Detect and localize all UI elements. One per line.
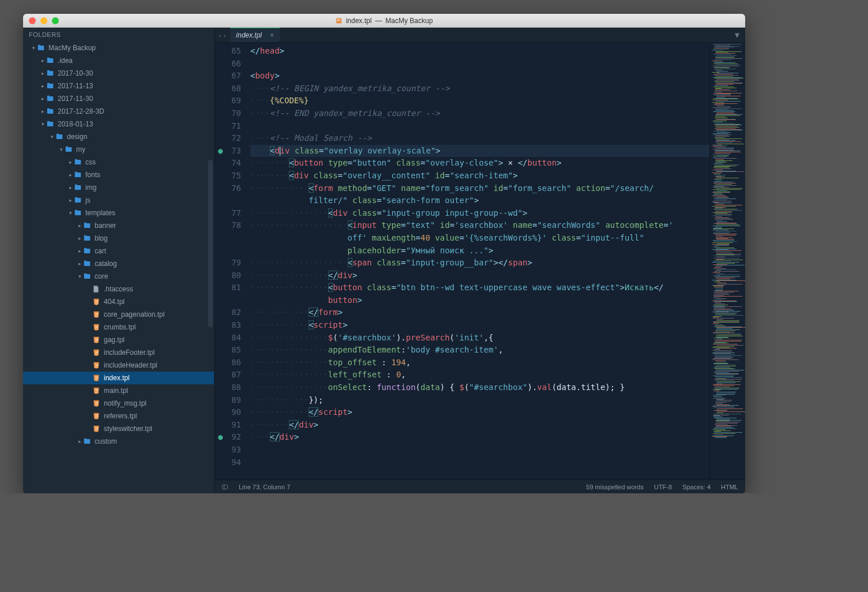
tree-item[interactable]: ▾MacMy Backup	[23, 42, 214, 54]
disclosure-arrow[interactable]: ▸	[76, 248, 83, 254]
disclosure-arrow[interactable]: ▸	[39, 96, 46, 102]
tree-item[interactable]: referers.tpl	[23, 410, 214, 422]
tree-item-label: 404.tpl	[104, 298, 125, 306]
disclosure-arrow[interactable]: ▸	[67, 172, 74, 178]
status-encoding[interactable]: UTF-8	[654, 484, 672, 490]
tree-item-label: 2017-11-13	[58, 82, 93, 90]
tab-close-button[interactable]: ×	[270, 31, 274, 39]
tree-item[interactable]: ▾templates	[23, 207, 214, 219]
status-spaces[interactable]: Spaces: 4	[682, 484, 711, 490]
tree-item[interactable]: notify_msg.tpl	[23, 397, 214, 410]
tree-item[interactable]: main.tpl	[23, 384, 214, 397]
minimize-window-button[interactable]	[40, 17, 47, 24]
html-icon	[92, 349, 100, 357]
status-bar: Line 73, Column 7 59 misspelled words UT…	[215, 479, 745, 493]
tree-item[interactable]: crumbs.tpl	[23, 321, 214, 334]
html-icon	[92, 298, 100, 306]
tree-item-label: index.tpl	[104, 374, 130, 382]
tree-item[interactable]: ▾design	[23, 130, 214, 143]
disclosure-arrow[interactable]: ▸	[39, 58, 46, 63]
folder-icon	[83, 272, 91, 280]
disclosure-arrow[interactable]: ▾	[30, 45, 37, 51]
tree-item-label: 2017-10-30	[58, 69, 93, 77]
disclosure-arrow[interactable]: ▸	[67, 159, 74, 165]
folder-icon	[83, 437, 91, 445]
tree-item[interactable]: includeFooter.tpl	[23, 346, 214, 359]
tree-item[interactable]: ▸2017-11-13	[23, 80, 214, 92]
tree-item[interactable]: ▸custom	[23, 435, 214, 448]
tree-item[interactable]: .htaccess	[23, 283, 214, 295]
title-project: MacMy Backup	[385, 17, 433, 25]
maximize-window-button[interactable]	[52, 17, 59, 24]
tree-item[interactable]: styleswitcher.tpl	[23, 422, 214, 435]
tree-item[interactable]: index.tpl	[23, 372, 214, 384]
tree-item[interactable]: core_pagenation.tpl	[23, 308, 214, 321]
tree-item-label: blog	[95, 234, 108, 242]
line-number-gutter[interactable]: 6566676869707172●73747576 7778 798081 82…	[215, 43, 247, 479]
tree-item[interactable]: ▸css	[23, 156, 214, 168]
editor[interactable]: 6566676869707172●73747576 7778 798081 82…	[215, 43, 745, 479]
minimap[interactable]	[709, 43, 745, 479]
disclosure-arrow[interactable]: ▸	[76, 261, 83, 267]
tree-item[interactable]: ▾2018-01-13	[23, 118, 214, 130]
tree-item[interactable]: ▸js	[23, 194, 214, 207]
tree-item[interactable]: gag.tpl	[23, 334, 214, 346]
tree-item-label: 2018-01-13	[58, 120, 93, 128]
tree-item[interactable]: ▸2017-11-30	[23, 92, 214, 105]
tree-item-label: cart	[95, 247, 106, 255]
tree-item[interactable]: ▾core	[23, 270, 214, 283]
folder-icon	[65, 145, 73, 153]
tab-active[interactable]: index.tpl ×	[230, 28, 280, 42]
svg-rect-1	[337, 19, 341, 20]
tree-item-label: 2017-11-30	[58, 95, 93, 103]
status-spell[interactable]: 59 misspelled words	[586, 484, 644, 490]
disclosure-arrow[interactable]: ▸	[39, 108, 46, 114]
disclosure-arrow[interactable]: ▸	[67, 185, 74, 190]
tree-item[interactable]: ▾my	[23, 143, 214, 156]
disclosure-arrow[interactable]: ▸	[76, 223, 83, 228]
disclosure-arrow[interactable]: ▸	[39, 83, 46, 89]
tree-item[interactable]: includeHeader.tpl	[23, 359, 214, 372]
nav-back-button[interactable]: ‹	[219, 32, 221, 39]
tree-item[interactable]: 404.tpl	[23, 295, 214, 308]
tree-item[interactable]: ▸fonts	[23, 168, 214, 181]
tree-item[interactable]: ▸2017-12-28-3D	[23, 105, 214, 118]
file-type-icon	[336, 17, 343, 24]
tab-nav: ‹ ›	[215, 28, 230, 42]
disclosure-arrow[interactable]: ▾	[76, 273, 83, 279]
folder-icon	[37, 44, 45, 52]
tree-item-label: styleswitcher.tpl	[104, 425, 152, 433]
tree-item-label: referers.tpl	[104, 412, 137, 420]
disclosure-arrow[interactable]: ▾	[48, 134, 55, 140]
disclosure-arrow[interactable]: ▸	[76, 439, 83, 444]
close-window-button[interactable]	[29, 17, 36, 24]
code-area[interactable]: </head><body>····<!-- BEGIN yandex_metri…	[247, 43, 709, 479]
tree-item[interactable]: ▸catalog	[23, 257, 214, 270]
folder-icon	[46, 82, 54, 90]
disclosure-arrow[interactable]: ▾	[67, 210, 74, 216]
folder-icon	[83, 222, 91, 230]
folder-tree[interactable]: ▾MacMy Backup▸.idea▸2017-10-30▸2017-11-1…	[23, 42, 214, 493]
disclosure-arrow[interactable]: ▸	[67, 197, 74, 203]
panel-icon[interactable]	[221, 484, 228, 490]
nav-forward-button[interactable]: ›	[224, 32, 226, 39]
disclosure-arrow[interactable]: ▾	[58, 147, 65, 152]
folder-icon	[46, 69, 54, 77]
tree-item-label: img	[85, 183, 96, 192]
tree-item[interactable]: ▸banner	[23, 219, 214, 232]
tab-label: index.tpl	[236, 31, 262, 39]
sidebar-scrollbar[interactable]	[208, 160, 213, 327]
tree-item[interactable]: ▸img	[23, 181, 214, 194]
tree-item[interactable]: ▸blog	[23, 232, 214, 245]
disclosure-arrow[interactable]: ▾	[39, 121, 46, 127]
disclosure-arrow[interactable]: ▸	[39, 70, 46, 76]
folder-icon	[74, 183, 82, 192]
tree-item[interactable]: ▸cart	[23, 245, 214, 257]
tab-menu-button[interactable]: ▾	[729, 28, 745, 42]
tree-item[interactable]: ▸.idea	[23, 54, 214, 67]
svg-rect-2	[337, 20, 340, 21]
status-position[interactable]: Line 73, Column 7	[239, 484, 290, 490]
disclosure-arrow[interactable]: ▸	[76, 235, 83, 241]
tree-item[interactable]: ▸2017-10-30	[23, 67, 214, 80]
status-syntax[interactable]: HTML	[721, 484, 738, 490]
